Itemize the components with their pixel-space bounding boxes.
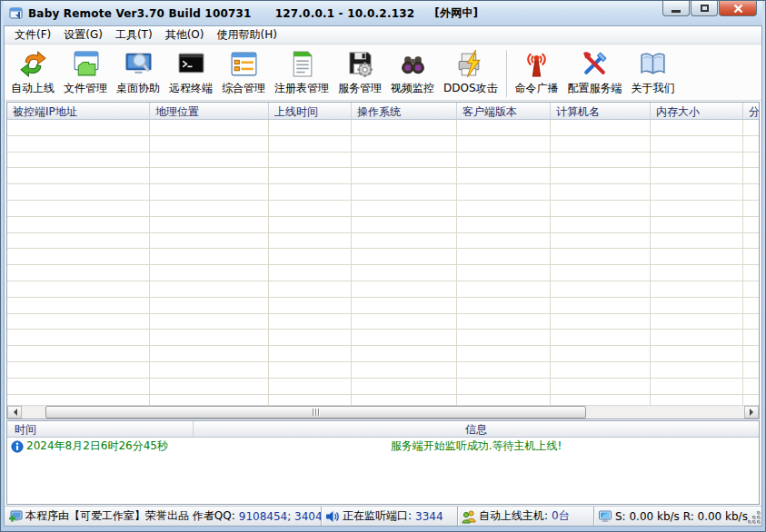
auto-online-icon <box>18 49 48 79</box>
network-status: [外网中] <box>434 5 478 21</box>
table-row <box>7 153 759 169</box>
table-row <box>7 330 759 346</box>
status-credit-section: 本程序由【可爱工作室】荣誉出品 作者QQ: 9108454; 34048 <box>5 507 321 526</box>
window-title: Baby Remote Ver3.70 Build 100731 <box>28 7 252 20</box>
menu-help[interactable]: 使用帮助(H) <box>210 25 283 44</box>
log-column-info[interactable]: 信息 <box>194 421 759 437</box>
minimize-icon <box>671 10 681 13</box>
column-header-resolution[interactable]: 分 <box>743 103 760 119</box>
toolbar-video-monitor[interactable]: 视频监控 <box>386 46 439 98</box>
speaker-icon <box>325 509 340 524</box>
status-speed-text: S: 0.00 kb/s R: 0.00 kb/s <box>615 510 748 523</box>
close-button[interactable] <box>719 1 757 16</box>
status-qq-numbers: 9108454; 34048 <box>239 510 321 523</box>
table-row <box>7 265 759 281</box>
menu-settings[interactable]: 设置(G) <box>57 25 109 44</box>
log-entry-message: 服务端开始监听成功.等待主机上线! <box>194 438 759 454</box>
toolbar-integrated-manage[interactable]: 综合管理 <box>217 46 270 98</box>
client-area: 文件(F) 设置(G) 工具(T) 其他(O) 使用帮助(H) 自动上线 <box>4 25 762 527</box>
column-header-ip[interactable]: 被控端IP地址 <box>7 103 150 119</box>
table-row <box>7 249 759 265</box>
registry-manage-icon <box>287 49 317 79</box>
toolbar-configure-server[interactable]: 配置服务端 <box>563 46 627 98</box>
remote-terminal-icon <box>176 49 206 79</box>
status-speed-section: S: 0.00 kb/s R: 0.00 kb/s <box>593 507 761 526</box>
integrated-manage-icon <box>229 49 259 79</box>
configure-server-icon <box>580 49 610 79</box>
toolbar-label: 命令广播 <box>515 81 559 96</box>
app-icon <box>9 6 24 21</box>
network-monitor-icon <box>598 509 612 524</box>
table-row <box>7 217 759 233</box>
table-body <box>7 120 759 405</box>
service-manage-icon <box>345 49 375 79</box>
resize-grip[interactable] <box>749 512 761 524</box>
table-row <box>7 168 759 184</box>
toolbar-label: 服务管理 <box>338 81 382 96</box>
horizontal-scrollbar[interactable] <box>7 405 759 419</box>
column-header-os[interactable]: 操作系统 <box>352 103 457 119</box>
minimize-button[interactable] <box>662 1 690 16</box>
scroll-right-button[interactable] <box>744 406 759 419</box>
menu-other[interactable]: 其他(O) <box>159 25 211 44</box>
log-entry-time: 2024年8月2日6时26分45秒 <box>26 438 168 454</box>
scrollbar-thumb[interactable] <box>45 406 586 419</box>
ddos-attack-icon <box>455 49 485 79</box>
column-header-memory[interactable]: 内存大小 <box>651 103 743 119</box>
toolbar-separator <box>506 50 507 97</box>
toolbar-command-broadcast[interactable]: 命令广播 <box>511 46 563 98</box>
status-listening-label: 正在监听端口: <box>343 508 412 524</box>
table-row <box>7 184 759 201</box>
log-entry-row[interactable]: 2024年8月2日6时26分45秒 服务端开始监听成功.等待主机上线! <box>7 438 759 455</box>
table-row <box>7 346 759 362</box>
menu-bar: 文件(F) 设置(G) 工具(T) 其他(O) 使用帮助(H) <box>5 26 761 44</box>
table-row <box>7 314 759 330</box>
menu-tools[interactable]: 工具(T) <box>109 25 159 44</box>
users-icon <box>462 509 476 524</box>
toolbar-registry-manage[interactable]: 注册表管理 <box>270 46 333 98</box>
toolbar-file-manager[interactable]: 文件管理 <box>59 46 112 98</box>
status-listening-port: 3344 <box>415 510 443 523</box>
toolbar-ddos-attack[interactable]: DDOS攻击 <box>439 46 502 98</box>
toolbar-service-manage[interactable]: 服务管理 <box>333 46 386 98</box>
toolbar-label: 关于我们 <box>632 81 675 96</box>
scrollbar-grip-icon <box>313 409 319 416</box>
table-row <box>7 120 759 136</box>
column-header-online-time[interactable]: 上线时间 <box>269 103 352 119</box>
log-column-time[interactable]: 时间 <box>7 421 194 437</box>
toolbar-desktop-assist[interactable]: 桌面协助 <box>112 46 164 98</box>
toolbar-remote-terminal[interactable]: 远程终端 <box>164 46 217 98</box>
toolbar-auto-online[interactable]: 自动上线 <box>6 46 59 98</box>
toolbar: 自动上线 文件管理 桌面协助 <box>5 44 761 101</box>
host-table: 被控端IP地址 地理位置 上线时间 操作系统 客户端版本 计算机名 内存大小 分 <box>6 102 760 419</box>
status-auto-online-section: 自动上线主机: 0台 <box>457 507 593 526</box>
desktop-assist-icon <box>124 49 154 79</box>
info-icon <box>11 440 24 453</box>
table-row <box>7 233 759 250</box>
close-icon <box>733 4 743 14</box>
column-header-location[interactable]: 地理位置 <box>150 103 269 119</box>
toolbar-label: DDOS攻击 <box>443 81 498 96</box>
scroll-left-button[interactable] <box>7 406 22 419</box>
toolbar-about-us[interactable]: 关于我们 <box>627 46 680 98</box>
scroll-right-icon <box>750 409 757 416</box>
about-us-icon <box>638 49 668 79</box>
column-header-client-version[interactable]: 客户端版本 <box>457 103 551 119</box>
status-auto-online-count: 0台 <box>552 508 570 524</box>
log-header-row: 时间 信息 <box>7 421 759 438</box>
computer-add-icon <box>8 509 23 524</box>
connection-address: 127.0.0.1 - 10.0.2.132 <box>275 7 415 20</box>
toolbar-label: 配置服务端 <box>568 81 622 96</box>
title-bar[interactable]: Baby Remote Ver3.70 Build 100731 127.0.0… <box>4 1 762 25</box>
table-row <box>7 281 759 298</box>
toolbar-label: 桌面协助 <box>116 81 160 96</box>
table-row <box>7 379 759 395</box>
column-header-computer-name[interactable]: 计算机名 <box>551 103 651 119</box>
toolbar-label: 视频监控 <box>391 81 434 96</box>
command-broadcast-icon <box>522 49 552 79</box>
menu-file[interactable]: 文件(F) <box>8 25 57 44</box>
video-monitor-icon <box>398 49 428 79</box>
toolbar-label: 综合管理 <box>222 81 265 96</box>
toolbar-label: 文件管理 <box>64 81 107 96</box>
maximize-button[interactable] <box>691 1 718 16</box>
